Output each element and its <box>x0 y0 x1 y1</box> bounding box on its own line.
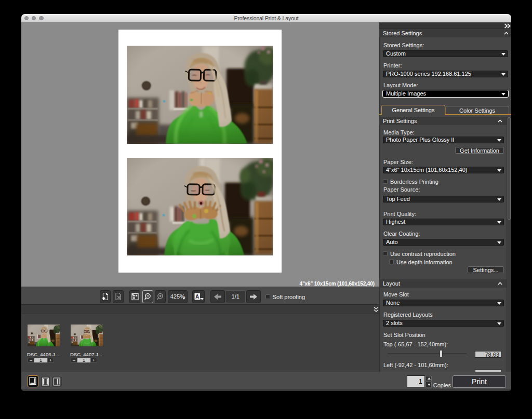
svg-text:A: A <box>195 294 198 300</box>
